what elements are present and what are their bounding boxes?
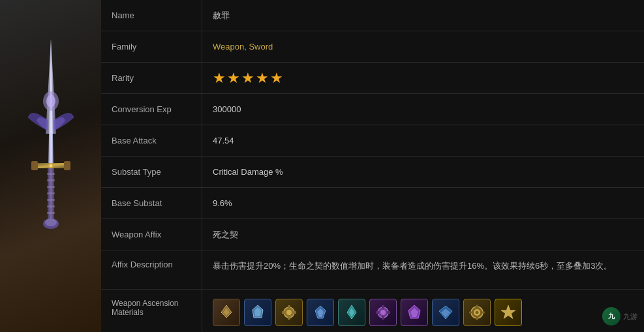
svg-point-46: [476, 311, 479, 314]
svg-rect-29: [293, 311, 296, 314]
conversion-exp-label: Conversion Exp: [101, 94, 202, 125]
svg-rect-48: [476, 317, 478, 320]
svg-rect-28: [282, 311, 285, 314]
name-value: 赦罪: [202, 0, 644, 31]
svg-rect-6: [64, 161, 70, 170]
affix-description-label: Affix Description: [101, 250, 202, 289]
svg-rect-36: [382, 305, 384, 309]
svg-marker-51: [501, 305, 515, 318]
family-value: Weapon, Sword: [202, 31, 644, 62]
materials-value: [202, 290, 644, 332]
family-row: Family Weapon, Sword: [101, 31, 644, 63]
material-icon-8: [432, 299, 459, 326]
name-label: Name: [101, 0, 202, 31]
rarity-stars: ★★★★★: [213, 70, 284, 87]
svg-rect-39: [387, 311, 390, 314]
svg-rect-11: [47, 192, 55, 194]
conversion-exp-row: Conversion Exp 300000: [101, 94, 644, 125]
svg-rect-26: [288, 305, 290, 309]
conversion-exp-value: 300000: [202, 94, 644, 125]
base-substat-label: Base Substat: [101, 188, 202, 219]
svg-point-35: [380, 310, 386, 315]
materials-label: Weapon Ascension Materials: [101, 290, 202, 332]
svg-rect-9: [47, 179, 55, 181]
material-icon-2: [244, 299, 271, 326]
substat-type-label: Substat Type: [101, 157, 202, 187]
svg-rect-10: [47, 186, 55, 188]
affix-description-row: Affix Description 暴击伤害提升20%；生命之契的数值增加时，装…: [101, 250, 644, 290]
svg-rect-49: [469, 312, 472, 314]
weapon-image-panel: [0, 0, 101, 332]
material-icon-10: [495, 299, 522, 326]
svg-rect-12: [47, 199, 55, 201]
weapon-affix-row: Weapon Affix 死之契: [101, 219, 644, 250]
substat-type-row: Substat Type Critical Damage %: [101, 157, 644, 188]
material-icon-4: [307, 299, 334, 326]
svg-rect-13: [47, 205, 55, 207]
weapon-affix-value: 死之契: [202, 219, 644, 250]
substat-type-value: Critical Damage %: [202, 157, 644, 187]
svg-rect-50: [482, 312, 485, 314]
name-row: Name 赦罪: [101, 0, 644, 31]
svg-rect-38: [376, 311, 379, 314]
family-label: Family: [101, 31, 202, 62]
svg-rect-27: [288, 316, 290, 320]
base-attack-row: Base Attack 47.54: [101, 125, 644, 157]
watermark-site: 九游: [623, 312, 637, 322]
rarity-value: ★★★★★: [202, 63, 644, 93]
material-icon-6: [369, 299, 397, 326]
material-icon-5: [338, 299, 365, 326]
svg-point-18: [50, 164, 52, 167]
base-attack-value: 47.54: [202, 125, 644, 156]
rarity-label: Rarity: [101, 63, 202, 93]
watermark-logo-text: 九: [608, 312, 615, 321]
svg-point-25: [286, 310, 292, 315]
materials-icons: [213, 299, 522, 326]
main-container: Name 赦罪 Family Weapon, Sword Rarity ★★★★…: [0, 0, 644, 332]
svg-point-16: [45, 219, 57, 226]
material-icon-3: [275, 299, 303, 326]
svg-rect-14: [47, 212, 55, 214]
affix-description-value: 暴击伤害提升20%；生命之契的数值增加时，装备者造成的伤害提升16%。该效果持续…: [202, 250, 644, 289]
rarity-row: Rarity ★★★★★: [101, 63, 644, 94]
base-substat-row: Base Substat 9.6%: [101, 188, 644, 219]
base-substat-value: 9.6%: [202, 188, 644, 219]
materials-row: Weapon Ascension Materials: [101, 290, 644, 332]
watermark: 九 九游: [602, 307, 637, 325]
weapon-affix-label: Weapon Affix: [101, 219, 202, 250]
watermark-logo: 九: [602, 307, 621, 325]
material-icon-1: [213, 299, 240, 326]
base-attack-label: Base Attack: [101, 125, 202, 156]
weapon-image: [12, 29, 90, 303]
material-icon-7: [401, 299, 428, 326]
svg-rect-37: [382, 316, 384, 320]
svg-rect-47: [476, 305, 478, 308]
info-panel: Name 赦罪 Family Weapon, Sword Rarity ★★★★…: [101, 0, 644, 332]
svg-rect-8: [47, 173, 55, 175]
material-icon-9: [463, 299, 491, 326]
svg-rect-5: [31, 161, 38, 170]
